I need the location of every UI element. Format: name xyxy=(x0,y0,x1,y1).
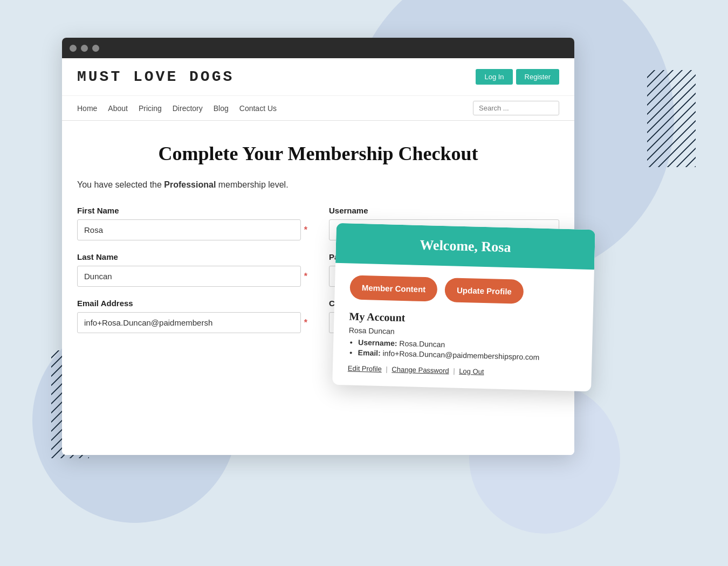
last-name-group: Last Name * xyxy=(77,252,307,287)
search-input[interactable] xyxy=(473,101,559,115)
account-links: Edit Profile | Change Password | Log Out xyxy=(348,364,576,378)
username-item-value: Rosa.Duncan xyxy=(399,339,445,349)
browser-dot-red xyxy=(70,45,77,52)
nav-blog[interactable]: Blog xyxy=(214,104,229,113)
change-password-link[interactable]: Change Password xyxy=(392,365,449,375)
welcome-title: Welcome, Rosa xyxy=(351,235,580,257)
welcome-buttons: Member Content Update Profile xyxy=(349,275,579,305)
last-name-label: Last Name xyxy=(77,252,307,261)
nav-directory[interactable]: Directory xyxy=(173,104,203,113)
last-name-required: * xyxy=(304,272,307,281)
log-out-link[interactable]: Log Out xyxy=(459,367,484,376)
welcome-card-body: Member Content Update Profile My Account… xyxy=(332,263,594,391)
nav-links: Home About Pricing Directory Blog Contac… xyxy=(77,104,277,113)
account-list: Username: Rosa.Duncan Email: info+Rosa.D… xyxy=(348,337,578,362)
header-buttons: Log In Register xyxy=(476,69,559,85)
username-item-label: Username: xyxy=(358,338,397,348)
member-content-button[interactable]: Member Content xyxy=(349,275,437,301)
email-item-label: Email: xyxy=(358,348,381,357)
first-name-label: First Name xyxy=(77,206,307,215)
welcome-card: Welcome, Rosa Member Content Update Prof… xyxy=(332,223,595,391)
membership-notice-prefix: You have selected the xyxy=(77,180,164,189)
my-account-title: My Account xyxy=(349,310,578,328)
browser-titlebar xyxy=(62,38,574,58)
email-input[interactable] xyxy=(77,312,301,333)
separator-2: | xyxy=(453,367,457,375)
email-item-value: info+Rosa.Duncan@paidmembershipspro.com xyxy=(382,349,539,362)
first-name-input[interactable] xyxy=(77,219,301,240)
last-name-row: * xyxy=(77,266,307,287)
first-name-required: * xyxy=(304,225,307,235)
last-name-input[interactable] xyxy=(77,266,301,287)
email-required: * xyxy=(304,318,307,328)
register-button[interactable]: Register xyxy=(516,69,559,85)
nav-contact[interactable]: Contact Us xyxy=(239,104,277,113)
diagonal-lines-top xyxy=(647,70,696,167)
nav-pricing[interactable]: Pricing xyxy=(139,104,162,113)
site-header: MUST LOVE DOGS Log In Register xyxy=(62,58,574,96)
nav-home[interactable]: Home xyxy=(77,104,97,113)
checkout-title: Complete Your Membership Checkout xyxy=(77,142,559,165)
email-row: * xyxy=(77,312,307,333)
email-group: Email Address * xyxy=(77,299,307,333)
site-nav: Home About Pricing Directory Blog Contac… xyxy=(62,96,574,121)
membership-level: Professional xyxy=(164,180,216,189)
welcome-card-header: Welcome, Rosa xyxy=(335,223,595,270)
username-label: Username xyxy=(329,206,559,215)
email-label: Email Address xyxy=(77,299,307,308)
separator-1: | xyxy=(386,365,389,373)
browser-dot-green xyxy=(92,45,99,52)
site-logo: MUST LOVE DOGS xyxy=(77,68,234,85)
login-button[interactable]: Log In xyxy=(476,69,512,85)
membership-notice: You have selected the Professional membe… xyxy=(77,180,559,190)
first-name-row: * xyxy=(77,219,307,240)
browser-dot-yellow xyxy=(81,45,88,52)
first-name-group: First Name * xyxy=(77,206,307,240)
membership-notice-suffix: membership level. xyxy=(216,180,288,189)
nav-about[interactable]: About xyxy=(108,104,128,113)
edit-profile-link[interactable]: Edit Profile xyxy=(348,364,382,373)
update-profile-button[interactable]: Update Profile xyxy=(445,278,524,304)
